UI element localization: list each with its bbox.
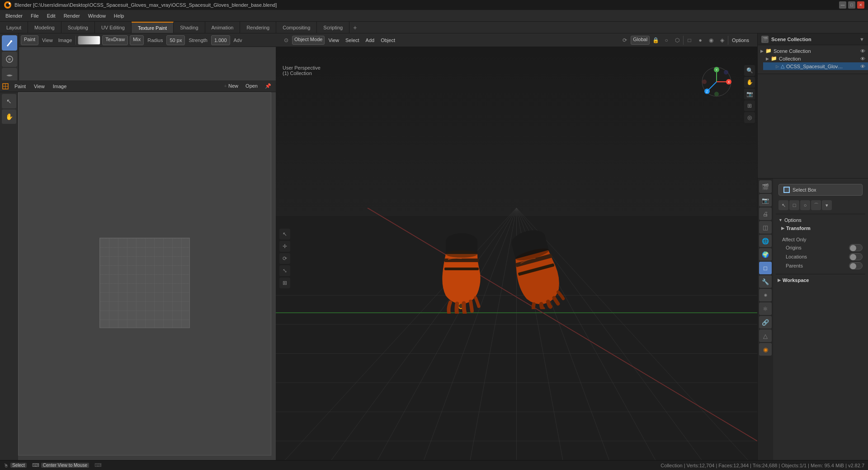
view-layer-props-icon[interactable]: ◫ [759,221,772,234]
data-props-icon[interactable]: △ [759,329,772,342]
parents-toggle[interactable] [849,262,863,269]
uv-left-tools: ↖ ✋ [0,92,18,460]
visibility-icon[interactable]: 👁 [860,48,865,54]
extra-tools-icon[interactable]: ▾ [822,200,832,210]
origins-toggle[interactable] [849,244,863,251]
select-menu[interactable]: Select [343,37,362,44]
menu-render[interactable]: Render [60,12,84,19]
cursor-gizmo[interactable]: ↖ [279,229,290,240]
uv-hand-tool[interactable]: ✋ [2,109,16,124]
maximize-button[interactable]: □ [848,1,855,9]
particles-props-icon[interactable]: ⁕ [759,289,772,301]
rendered-shading-btn[interactable]: ◈ [717,35,727,45]
tab-scripting[interactable]: Scripting [317,22,349,33]
tab-rendering[interactable]: Rendering [240,22,276,33]
transform-gizmo[interactable]: ⊞ [279,277,290,288]
soften-tool[interactable] [2,52,17,67]
obj-triangle: ▷ [776,64,779,69]
affect-only-row: Affect Only [779,236,865,243]
add-workspace-button[interactable]: + [349,22,360,33]
tab-texture-paint[interactable]: Texture Paint [132,22,174,33]
uv-canvas[interactable] [18,92,271,456]
glove-right-object[interactable] [507,230,566,309]
modifier-props-icon[interactable]: 🔧 [759,275,772,288]
uv-cursor-tool[interactable]: ↖ [2,94,16,108]
tab-animation[interactable]: Animation [205,22,241,33]
close-button[interactable]: ✕ [857,1,864,9]
filter-icon[interactable]: ▼ [859,37,864,42]
uv-new-btn[interactable]: + New [222,82,241,90]
glove-left-object[interactable] [434,232,489,314]
object-mode-dropdown[interactable]: Object Mode [292,36,325,45]
object-props-icon[interactable]: □ [759,262,772,274]
scale-gizmo[interactable]: ⤡ [279,265,290,276]
viewport-zoom-btn[interactable]: 🔍 [744,65,755,76]
viewport-canvas[interactable]: User Perspective (1) Collection ↖ ✛ ⟳ ⤡ … [276,47,757,470]
output-props-icon[interactable]: 🖨 [759,207,772,220]
uv-view-btn[interactable]: View [31,83,47,90]
locations-toggle[interactable] [849,253,863,260]
viewport-camera-btn[interactable]: 📷 [744,89,755,99]
solid-shading-btn[interactable]: ● [695,35,705,45]
select-key: Select [10,463,27,468]
material-shading-btn[interactable]: ◉ [706,35,716,45]
view-menu[interactable]: View [326,37,342,44]
overlay-icon[interactable]: ⬡ [672,35,682,45]
scene-data-props-icon[interactable]: 🌐 [759,235,772,247]
tab-layout[interactable]: Layout [0,22,28,33]
select-lasso-icon[interactable]: ⌒ [811,200,821,210]
select-box-button[interactable]: Select Box [778,184,863,196]
options-section-header[interactable]: ▼ Options [776,216,865,224]
nav-gizmo-3d[interactable]: Y X Z [701,66,732,98]
tweak-tool-icon[interactable]: ↖ [778,200,788,210]
rotate-gizmo[interactable]: ⟳ [279,253,290,264]
object-menu[interactable]: Object [378,37,398,44]
options-menu[interactable]: Options [729,37,752,44]
workspace-header[interactable]: ▶ Workspace [776,276,865,284]
scene-coll-triangle: ▶ [760,49,764,53]
move-gizmo[interactable]: ✛ [279,241,290,252]
tab-shading[interactable]: Shading [174,22,205,33]
proportional-icon[interactable]: ○ [661,35,671,45]
outliner-mesh-object[interactable]: ▷ △ OCSS_Spacesuit_Gloves_obj_base 👁 [763,62,868,70]
scene-props-icon[interactable]: 🎬 [759,180,772,193]
world-props-icon[interactable]: 🌍 [759,248,772,261]
menu-file[interactable]: File [27,12,42,19]
origins-label: Origins [786,245,846,250]
transform-header[interactable]: ▶ Transform [779,224,865,232]
uv-pin-btn[interactable]: 📌 [262,82,274,90]
viewport-pan-btn[interactable]: ✋ [744,77,755,88]
snap-icon[interactable]: 🔒 [651,35,660,45]
tab-compositing[interactable]: Compositing [276,22,317,33]
menu-help[interactable]: Help [110,12,128,19]
render-props-icon[interactable]: 📷 [759,194,772,207]
outliner-scene-collection[interactable]: ▶ 📁 Scene Collection 👁 [758,47,868,55]
menu-blender[interactable]: Blender [2,12,26,19]
material-props-icon[interactable]: ◉ [759,343,772,356]
transform-space-dropdown[interactable]: Global [631,36,650,45]
obj-visibility-icon[interactable]: 👁 [860,64,865,69]
menu-edit[interactable]: Edit [43,12,59,19]
tab-sculpting[interactable]: Sculpting [61,22,95,33]
outliner-collection[interactable]: ▶ 📁 Collection 👁 [763,55,868,62]
minimize-button[interactable]: — [839,1,846,9]
uv-image-btn[interactable]: Image [50,83,70,90]
viewport-grid-btn[interactable]: ⊞ [744,100,755,111]
uv-open-btn[interactable]: Open [243,82,260,90]
tab-modeling[interactable]: Modeling [28,22,61,33]
wireframe-shading-btn[interactable]: □ [684,35,694,45]
select-box-icon-sm[interactable]: □ [789,200,799,210]
physics-props-icon[interactable]: ⚛ [759,302,772,315]
coll-visibility-icon[interactable]: 👁 [860,56,865,61]
add-menu[interactable]: Add [363,37,377,44]
draw-tool[interactable] [2,35,17,51]
tab-uv-editing[interactable]: UV Editing [95,22,132,33]
menu-window[interactable]: Window [85,12,109,19]
uv-paint-btn[interactable]: Paint [12,83,28,90]
origins-row: Origins [783,243,865,252]
viewport-overlay-btn[interactable]: ◎ [744,112,755,123]
transform-mode-icon[interactable]: ⟳ [620,35,630,45]
constraints-props-icon[interactable]: 🔗 [759,316,772,329]
select-circle-icon[interactable]: ○ [800,200,810,210]
viewport-info: User Perspective (1) Collection [283,65,321,76]
